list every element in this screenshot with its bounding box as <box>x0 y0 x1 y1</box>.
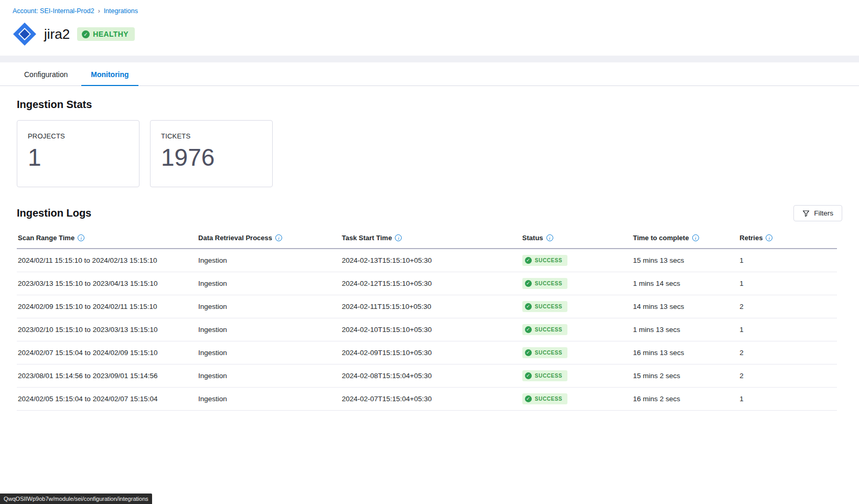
info-icon[interactable]: i <box>766 234 772 241</box>
time-to-complete-cell: 1 mins 13 secs <box>632 318 738 341</box>
process-cell: Ingestion <box>197 364 341 388</box>
column-header-status: Statusi <box>521 229 632 249</box>
tab-configuration[interactable]: Configuration <box>15 62 77 86</box>
status-badge-label: SUCCESS <box>535 350 563 356</box>
process-cell: Ingestion <box>197 341 341 364</box>
retries-cell: 1 <box>738 388 837 411</box>
table-row: 2024/02/11 15:15:10 to 2024/02/13 15:15:… <box>17 249 837 272</box>
status-badge-label: SUCCESS <box>535 304 563 309</box>
breadcrumb: Account: SEI-Internal-Prod2 › Integratio… <box>13 7 846 15</box>
scan-range-cell: 2023/02/10 15:15:10 to 2023/03/13 15:15:… <box>17 318 197 341</box>
status-badge-label: SUCCESS <box>535 327 563 333</box>
health-badge-label: HEALTHY <box>93 30 128 38</box>
ingestion-stats-title: Ingestion Stats <box>17 99 842 111</box>
section-divider <box>0 56 859 62</box>
status-badge: ✓ SUCCESS <box>522 347 568 358</box>
info-icon[interactable]: i <box>275 234 282 241</box>
time-to-complete-cell: 14 mins 13 secs <box>632 295 738 318</box>
table-header-row: Scan Range Timei Data Retrieval Processi… <box>17 229 837 249</box>
status-badge: ✓ SUCCESS <box>522 278 568 289</box>
stat-card-tickets: TICKETS 1976 <box>150 120 273 187</box>
time-to-complete-cell: 1 mins 14 secs <box>632 272 738 295</box>
time-to-complete-cell: 15 mins 13 secs <box>632 249 738 272</box>
column-header-process: Data Retrieval Processi <box>197 229 341 249</box>
stat-card-projects: PROJECTS 1 <box>17 120 139 187</box>
column-header-scan-range: Scan Range Timei <box>17 229 197 249</box>
stat-cards: PROJECTS 1 TICKETS 1976 <box>17 120 842 187</box>
status-badge: ✓ SUCCESS <box>522 324 568 335</box>
table-row: 2023/02/10 15:15:10 to 2023/03/13 15:15:… <box>17 318 837 341</box>
time-to-complete-cell: 16 mins 13 secs <box>632 341 738 364</box>
stat-value: 1976 <box>161 145 262 169</box>
check-circle-icon: ✓ <box>525 326 532 333</box>
status-cell: ✓ SUCCESS <box>521 341 632 364</box>
filters-button-label: Filters <box>814 209 833 217</box>
check-circle-icon: ✓ <box>525 372 532 379</box>
stat-label: TICKETS <box>161 132 262 140</box>
process-cell: Ingestion <box>197 249 341 272</box>
scan-range-cell: 2023/08/01 15:14:56 to 2023/09/01 15:14:… <box>17 364 197 388</box>
table-row: 2024/02/09 15:15:10 to 2024/02/11 15:15:… <box>17 295 837 318</box>
scan-range-cell: 2024/02/05 15:15:04 to 2024/02/07 15:15:… <box>17 388 197 411</box>
ingestion-logs-title: Ingestion Logs <box>17 207 91 219</box>
status-cell: ✓ SUCCESS <box>521 249 632 272</box>
integration-title: jira2 <box>44 26 70 42</box>
check-circle-icon: ✓ <box>525 303 532 310</box>
jira-logo-icon <box>13 22 37 46</box>
column-header-retries: Retriesi <box>738 229 837 249</box>
check-circle-icon: ✓ <box>525 257 532 264</box>
task-start-cell: 2024-02-09T15:15:10+05:30 <box>341 341 521 364</box>
info-icon[interactable]: i <box>78 234 84 241</box>
status-cell: ✓ SUCCESS <box>521 364 632 388</box>
status-cell: ✓ SUCCESS <box>521 388 632 411</box>
task-start-cell: 2024-02-08T15:15:04+05:30 <box>341 364 521 388</box>
retries-cell: 1 <box>738 318 837 341</box>
table-row: 2023/03/13 15:15:10 to 2023/04/13 15:15:… <box>17 272 837 295</box>
retries-cell: 2 <box>738 364 837 388</box>
column-header-task-start: Task Start Timei <box>341 229 521 249</box>
scan-range-cell: 2024/02/07 15:15:04 to 2024/02/09 15:15:… <box>17 341 197 364</box>
table-row: 2024/02/07 15:15:04 to 2024/02/09 15:15:… <box>17 341 837 364</box>
info-icon[interactable]: i <box>546 234 553 241</box>
status-cell: ✓ SUCCESS <box>521 318 632 341</box>
column-header-time-to-complete: Time to completei <box>632 229 738 249</box>
process-cell: Ingestion <box>197 272 341 295</box>
task-start-cell: 2024-02-07T15:15:04+05:30 <box>341 388 521 411</box>
status-cell: ✓ SUCCESS <box>521 295 632 318</box>
check-circle-icon: ✓ <box>525 280 532 287</box>
health-status-badge: ✓ HEALTHY <box>77 27 135 41</box>
statusbar-url: QwqOSIIWp9ob7w/module/sei/configuration/… <box>0 494 152 504</box>
page-header: Account: SEI-Internal-Prod2 › Integratio… <box>0 0 859 56</box>
retries-cell: 1 <box>738 249 837 272</box>
info-icon[interactable]: i <box>692 234 699 241</box>
status-badge: ✓ SUCCESS <box>522 370 568 381</box>
status-badge: ✓ SUCCESS <box>522 255 568 266</box>
filters-button[interactable]: Filters <box>793 205 842 221</box>
tab-monitoring[interactable]: Monitoring <box>81 62 138 86</box>
breadcrumb-integrations-link[interactable]: Integrations <box>104 7 138 15</box>
funnel-icon <box>802 210 810 217</box>
table-row: 2024/02/05 15:15:04 to 2024/02/07 15:15:… <box>17 388 837 411</box>
check-circle-icon: ✓ <box>525 395 532 402</box>
tab-bar: Configuration Monitoring <box>0 62 859 86</box>
scan-range-cell: 2024/02/09 15:15:10 to 2024/02/11 15:15:… <box>17 295 197 318</box>
breadcrumb-account-link[interactable]: Account: SEI-Internal-Prod2 <box>13 7 94 15</box>
status-cell: ✓ SUCCESS <box>521 272 632 295</box>
status-badge-label: SUCCESS <box>535 281 563 286</box>
breadcrumb-separator-icon: › <box>98 7 100 15</box>
process-cell: Ingestion <box>197 295 341 318</box>
ingestion-logs-table: Scan Range Timei Data Retrieval Processi… <box>17 229 842 411</box>
task-start-cell: 2024-02-10T15:15:10+05:30 <box>341 318 521 341</box>
check-circle-icon: ✓ <box>525 349 532 356</box>
status-badge-label: SUCCESS <box>535 396 563 402</box>
process-cell: Ingestion <box>197 318 341 341</box>
task-start-cell: 2024-02-12T15:15:10+05:30 <box>341 272 521 295</box>
status-badge: ✓ SUCCESS <box>522 301 568 312</box>
process-cell: Ingestion <box>197 388 341 411</box>
task-start-cell: 2024-02-11T15:15:10+05:30 <box>341 295 521 318</box>
status-badge: ✓ SUCCESS <box>522 393 568 404</box>
stat-value: 1 <box>28 145 128 169</box>
time-to-complete-cell: 15 mins 2 secs <box>632 364 738 388</box>
retries-cell: 2 <box>738 295 837 318</box>
info-icon[interactable]: i <box>395 234 402 241</box>
